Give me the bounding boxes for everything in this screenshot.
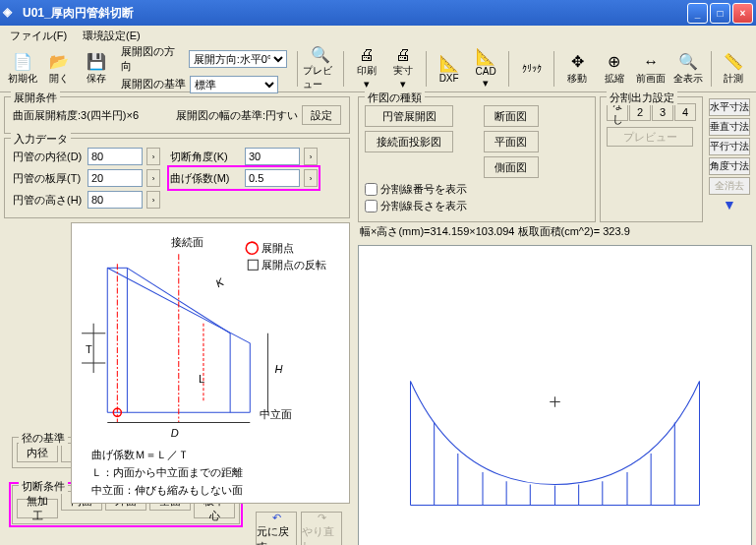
undo-icon: ↶ [272,512,281,524]
redo-button[interactable]: ↷やり直し [301,512,342,545]
drawtype-legend: 作図の種類 [365,91,425,105]
zoom-icon: ⊕ [608,52,620,72]
calc-button[interactable]: 📏計測 [716,49,753,89]
conn-label: 接続面 [171,236,204,248]
thickness-label: 円管の板厚(T) [13,171,84,186]
pipe-dev-button[interactable]: 円管展開図 [365,105,453,127]
formula3: 中立面：伸びも縮みもしない面 [91,484,243,496]
devpt-label: 展開点 [262,242,294,254]
height-spin[interactable]: › [146,191,160,209]
numchk[interactable] [365,183,378,196]
save-button[interactable]: 💾保存 [78,49,115,89]
all-icon: 🔍 [678,52,698,72]
maximize-button[interactable]: □ [710,3,730,24]
K-label: K [213,275,226,289]
save-icon: 💾 [87,52,106,72]
move-icon: ✥ [571,52,584,72]
height-label: 円管の高さ(H) [13,193,84,208]
init-button[interactable]: 📄初期化 [4,49,41,89]
dxf-icon: 📐 [439,53,459,73]
menu-file[interactable]: ファイル(F) [4,27,73,45]
front-button[interactable]: ↔前画面 [633,49,670,89]
divout-preview-button[interactable]: プレビュー [607,127,693,147]
front-icon: ↔ [643,52,659,72]
preview-icon: 🔍 [311,45,330,64]
divout-none[interactable]: なし [607,103,628,121]
calc-icon: 📏 [724,52,743,72]
L-label: L [199,373,204,385]
angle-spin[interactable]: › [304,148,318,165]
plan-button[interactable]: 平面図 [484,131,539,152]
actual-icon: 🖨 [395,46,411,64]
actual-button[interactable]: 🖨実寸▾ [384,49,422,89]
divout-legend: 分割出力設定 [607,91,677,105]
down-arrow-icon: ▼ [723,197,736,212]
devcond-group: 展開条件 曲面展開精度:3(四半円)×6 展開図の幅の基準:円すい 設定 [4,96,350,134]
drawtype-group: 作図の種類 円管展開図 接続面投影図 断面図 平面図 側面図 分割線番号を表示 … [358,96,596,222]
divout-3[interactable]: 3 [652,103,673,121]
inner-dia-button[interactable]: 内径 [17,443,58,462]
open-button[interactable]: 📂開く [41,49,79,89]
adim-button[interactable]: 角度寸法 [709,157,750,175]
inner-d-input[interactable] [87,148,143,165]
base-select[interactable]: 標準 [190,76,278,93]
clear-button[interactable]: 全消去 [709,177,750,195]
section-button[interactable]: 断面図 [484,105,539,127]
thickness-spin[interactable]: › [146,169,160,187]
reverse-label: 展開点の反転 [262,259,326,271]
cad-icon: 📐 [476,47,495,66]
dxf-button[interactable]: 📐DXF [431,49,468,89]
all-button[interactable]: 🔍全表示 [669,49,707,89]
hdim-button[interactable]: 水平寸法 [709,98,750,116]
preview-button[interactable]: 🔍プレビュー [302,49,339,89]
base-label: 展開図の基準 [121,77,186,91]
diagbase-legend: 径の基準 [19,431,68,446]
neutral-label: 中立面 [260,408,292,420]
print-button[interactable]: 🖨印刷▾ [348,49,385,89]
input-group: 入力データ 円管の内径(D)› 円管の板厚(T)› 円管の高さ(H)› 切断角度… [4,138,350,218]
app-icon: ◈ [3,5,19,21]
widthbase-label: 展開図の幅の基準:円すい [176,108,298,123]
minimize-button[interactable]: _ [687,3,708,24]
init-icon: 📄 [13,52,32,72]
coef-label: 曲げ係数(M) [170,171,241,186]
divout-4[interactable]: 4 [674,103,696,121]
undo-button[interactable]: ↶元に戻す [256,512,297,545]
open-icon: 📂 [49,52,69,72]
height-input[interactable] [87,191,143,209]
vdim-button[interactable]: 垂直寸法 [709,118,750,136]
window-title: U01_厚肉円管斜切断 [23,5,687,22]
side-button[interactable]: 側面図 [484,156,539,178]
inner-d-label: 円管の内径(D) [13,150,84,164]
thickness-input[interactable] [87,169,143,187]
D-label: D [171,427,179,439]
formula2: Ｌ：内面から中立面までの距離 [91,466,243,478]
inner-d-spin[interactable]: › [146,148,160,165]
direction-select[interactable]: 展開方向:水平0° [189,50,288,68]
lenchk[interactable] [365,200,378,212]
curve-label: 曲面展開精度:3(四半円)×6 [13,108,139,123]
print-icon: 🖨 [359,46,375,64]
divout-2[interactable]: 2 [629,103,651,121]
menu-env[interactable]: 環境設定(E) [77,27,146,45]
H-label: H [274,363,282,375]
move-button[interactable]: ✥移動 [558,49,596,89]
pdim-button[interactable]: 平行寸法 [709,138,750,155]
redo-icon: ↷ [318,512,326,524]
preview-area[interactable] [358,245,752,545]
divout-group: 分割出力設定 なし 2 3 4 プレビュー [600,96,703,222]
input-legend: 入力データ [11,132,71,147]
close-button[interactable]: × [732,3,753,24]
click-button[interactable]: ｸﾘｯｸ [513,49,551,89]
none-button[interactable]: 無加工 [17,499,58,518]
coef-input[interactable] [245,169,300,187]
devcond-legend: 展開条件 [11,91,60,105]
zoom-button[interactable]: ⊕拡縮 [596,49,633,89]
cutcond-legend: 切断条件 [19,479,68,494]
coef-spin[interactable]: › [304,169,318,187]
cad-button[interactable]: 📐CAD▾ [467,49,504,89]
tangent-button[interactable]: 接続面投影図 [365,131,453,152]
T-label: T [86,343,92,355]
devcond-set-button[interactable]: 設定 [302,105,341,125]
angle-input[interactable] [245,148,300,165]
